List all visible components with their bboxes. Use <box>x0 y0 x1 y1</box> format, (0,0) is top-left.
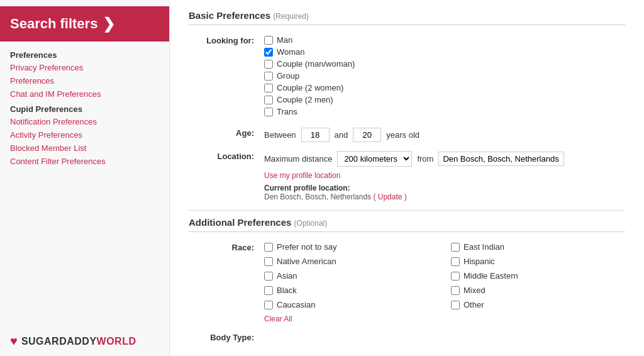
checkbox-middle-eastern[interactable] <box>451 272 460 281</box>
distance-select[interactable]: 50 kilometers 100 kilometers 200 kilomet… <box>337 151 412 167</box>
sidebar-item-blocked[interactable]: Blocked Member List <box>0 142 169 155</box>
section-divider <box>189 210 625 211</box>
preferences-section-title: Preferences <box>0 47 169 61</box>
race-grid: Prefer not to say East Indian Native Ame… <box>264 242 625 312</box>
age-content: Between and years old <box>264 128 625 142</box>
looking-for-label: Looking for: <box>189 35 264 45</box>
sidebar-item-activity[interactable]: Activity Preferences <box>0 128 169 142</box>
logo-daddy: SUGARDADDY <box>21 336 97 347</box>
sidebar-item-pref2[interactable]: Preferences <box>0 74 169 87</box>
age-between-label: Between <box>264 130 296 140</box>
current-profile-title: Current profile location: <box>264 184 625 192</box>
main-content: Basic Preferences (Required) Looking for… <box>170 0 644 356</box>
looking-for-group: Group <box>264 71 625 81</box>
current-profile-box: Current profile location: Den Bosch, Bos… <box>264 184 625 201</box>
race-hispanic: Hispanic <box>451 257 625 266</box>
checkbox-black[interactable] <box>264 286 273 295</box>
sidebar: Search filters ❯ Preferences Privacy Pre… <box>0 0 170 356</box>
checkbox-hispanic[interactable] <box>451 257 460 266</box>
age-max-input[interactable] <box>353 128 381 142</box>
race-black: Black <box>264 286 438 295</box>
sidebar-item-chat[interactable]: Chat and IM Preferences <box>0 87 169 101</box>
looking-for-woman: Woman <box>264 47 625 57</box>
arrow-icon: ❯ <box>103 15 115 33</box>
additional-preferences-title: Additional Preferences (Optional) <box>189 217 625 232</box>
age-inputs: Between and years old <box>264 128 625 142</box>
label-group: Group <box>277 71 299 81</box>
location-label: Location: <box>189 151 264 161</box>
looking-for-couple-2m: Couple (2 men) <box>264 95 625 104</box>
basic-preferences-title: Basic Preferences (Required) <box>189 10 625 25</box>
use-profile-location-link[interactable]: Use my profile location <box>264 171 340 180</box>
label-man: Man <box>277 35 292 45</box>
cupid-section-title: Cupid Preferences <box>0 101 169 115</box>
race-native-american: Native American <box>264 257 438 266</box>
checkbox-couple-2m[interactable] <box>264 96 273 104</box>
label-trans: Trans <box>277 107 297 116</box>
checkbox-east-indian[interactable] <box>451 243 460 252</box>
location-content: Maximum distance 50 kilometers 100 kilom… <box>264 151 625 201</box>
update-link[interactable]: ( Update ) <box>373 192 406 201</box>
location-input[interactable] <box>438 152 564 166</box>
label-couple-2m: Couple (2 men) <box>277 95 333 104</box>
label-native-american: Native American <box>277 257 336 266</box>
label-middle-eastern: Middle Eastern <box>464 271 518 281</box>
checkbox-couple-2w[interactable] <box>264 84 273 92</box>
label-couple-2w: Couple (2 women) <box>277 83 343 92</box>
race-other: Other <box>451 300 625 309</box>
checkbox-native-american[interactable] <box>264 257 273 266</box>
label-woman: Woman <box>277 47 305 57</box>
race-east-indian: East Indian <box>451 242 625 252</box>
label-caucasian: Caucasian <box>277 300 315 309</box>
label-hispanic: Hispanic <box>464 257 495 266</box>
checkbox-asian[interactable] <box>264 272 273 281</box>
label-couple-mw: Couple (man/woman) <box>277 59 355 69</box>
label-other: Other <box>464 300 484 309</box>
looking-for-trans: Trans <box>264 107 625 116</box>
from-label: from <box>417 154 433 164</box>
checkbox-trans[interactable] <box>264 108 273 116</box>
looking-for-couple-mw: Couple (man/woman) <box>264 59 625 69</box>
race-label: Race: <box>189 242 264 252</box>
body-type-label: Body Type: <box>189 332 264 342</box>
logo-world: WORLD <box>97 336 136 347</box>
checkbox-caucasian[interactable] <box>264 301 273 309</box>
checkbox-group[interactable] <box>264 72 273 81</box>
sidebar-item-privacy[interactable]: Privacy Preferences <box>0 61 169 74</box>
clear-all-link[interactable]: Clear All <box>264 314 292 323</box>
looking-for-couple-2w: Couple (2 women) <box>264 83 625 92</box>
max-distance-label: Maximum distance <box>264 154 332 164</box>
checkbox-woman[interactable] <box>264 48 273 57</box>
looking-for-man: Man <box>264 35 625 45</box>
search-filters-button[interactable]: Search filters ❯ <box>0 6 169 42</box>
location-inputs: Maximum distance 50 kilometers 100 kilom… <box>264 151 625 167</box>
logo-text: SUGARDADDYWORLD <box>21 336 136 347</box>
heart-icon: ♥ <box>10 334 18 348</box>
sidebar-item-notification[interactable]: Notification Preferences <box>0 115 169 128</box>
race-mixed: Mixed <box>451 286 625 295</box>
checkbox-prefer-not[interactable] <box>264 243 273 252</box>
site-logo: ♥ SUGARDADDYWORLD <box>10 334 136 348</box>
body-type-row: Body Type: <box>189 332 625 342</box>
age-min-input[interactable] <box>301 128 330 142</box>
label-mixed: Mixed <box>464 286 486 295</box>
checkbox-man[interactable] <box>264 36 273 45</box>
checkbox-mixed[interactable] <box>451 286 460 295</box>
search-filters-label: Search filters <box>10 16 97 32</box>
additional-optional-label: (Optional) <box>294 219 328 228</box>
race-middle-eastern: Middle Eastern <box>451 271 625 281</box>
race-row: Race: Prefer not to say East Indian Nati… <box>189 242 625 323</box>
checkbox-other[interactable] <box>451 301 460 309</box>
looking-for-options: Man Woman Couple (man/woman) Group Coupl… <box>264 35 625 119</box>
checkbox-couple-mw[interactable] <box>264 60 273 69</box>
age-label: Age: <box>189 128 264 138</box>
sidebar-item-content[interactable]: Content Filter Preferences <box>0 155 169 168</box>
race-asian: Asian <box>264 271 438 281</box>
race-content: Prefer not to say East Indian Native Ame… <box>264 242 625 323</box>
race-prefer-not: Prefer not to say <box>264 242 438 252</box>
label-prefer-not: Prefer not to say <box>277 242 336 252</box>
label-black: Black <box>277 286 297 295</box>
age-and-label: and <box>335 130 348 140</box>
label-asian: Asian <box>277 271 297 281</box>
basic-required-label: (Required) <box>273 12 309 21</box>
